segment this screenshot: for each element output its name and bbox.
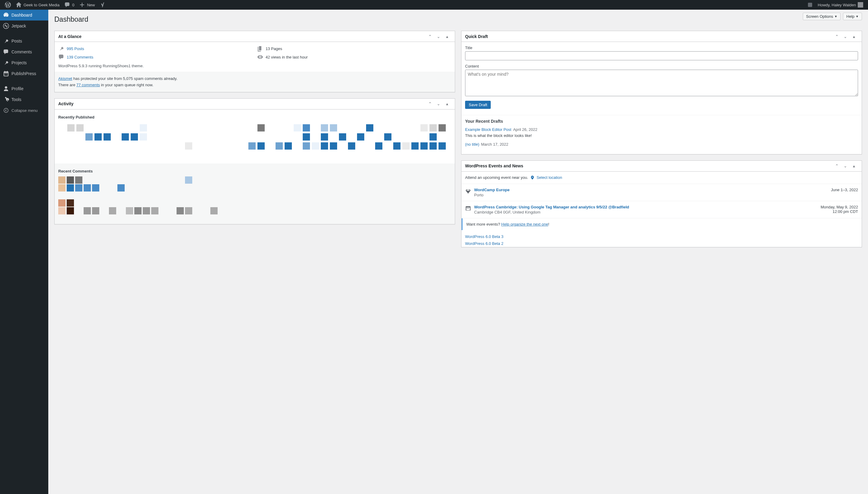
events-title: WordPress Events and News	[465, 164, 523, 168]
event-item: WordCamp Europe Porto June 1–3, 2022	[461, 184, 862, 201]
comment-count: 0	[72, 3, 74, 7]
help-button[interactable]: Help ▼	[843, 13, 862, 20]
site-home[interactable]: Geek to Geek Media	[13, 0, 62, 10]
adminbar-yoast[interactable]	[97, 0, 108, 10]
collapse-icon	[3, 107, 9, 113]
draft-item: Example Block Editor PostApril 26, 2022 …	[465, 127, 858, 138]
menu-tools[interactable]: Tools	[0, 94, 48, 105]
eye-icon	[257, 54, 263, 60]
draft-content-input[interactable]	[465, 70, 858, 96]
recently-published-heading: Recently Published	[58, 113, 451, 122]
pin-icon	[3, 38, 9, 44]
recent-drafts-heading: Your Recent Drafts	[465, 119, 858, 124]
move-down-icon[interactable]: ⌄	[841, 32, 850, 41]
events-more: Want more events? Help organize the next…	[461, 218, 862, 230]
draft-title-input[interactable]	[465, 51, 858, 60]
wordpress-icon	[5, 2, 11, 8]
news-link[interactable]: WordPress 6.0 Beta 2	[465, 240, 858, 247]
pages-icon	[257, 45, 263, 52]
move-down-icon[interactable]: ⌄	[434, 99, 443, 108]
spam-queue-link[interactable]: 77 comments	[76, 83, 100, 87]
chevron-down-icon: ▼	[856, 15, 858, 18]
menu-jetpack[interactable]: Jetpack	[0, 20, 48, 31]
adminbar-comments[interactable]: 0	[62, 0, 77, 10]
event-item: WordPress Cambridge: Using Google Tag Ma…	[461, 201, 862, 218]
screen-options-button[interactable]: Screen Options ▼	[803, 13, 841, 20]
wp-version: WordPress 5.9.3 running RunningShoes1 th…	[58, 64, 451, 68]
save-draft-button[interactable]: Save Draft	[465, 101, 491, 109]
yoast-icon	[99, 2, 106, 8]
events-news-box: WordPress Events and News ⌃ ⌄ ▴ Attend a…	[461, 160, 862, 247]
event-link[interactable]: WordCamp Europe	[474, 188, 828, 192]
draft-link[interactable]: Example Block Editor Post	[465, 127, 511, 132]
toggle-icon[interactable]: ▴	[443, 32, 451, 41]
move-up-icon[interactable]: ⌃	[426, 99, 434, 108]
attend-text: Attend an upcoming event near you.	[465, 175, 528, 180]
plus-icon	[79, 2, 85, 8]
event-date: June 1–3, 2022	[831, 188, 858, 197]
comment-item	[58, 200, 451, 207]
new-label: New	[87, 3, 95, 7]
draft-link[interactable]: (no title)	[465, 142, 479, 147]
at-a-glance-title: At a Glance	[58, 34, 81, 39]
move-up-icon[interactable]: ⌃	[833, 32, 841, 41]
jetpack-icon	[3, 23, 9, 29]
comment-item	[58, 207, 451, 214]
menu-projects[interactable]: Projects	[0, 57, 48, 68]
activity-title: Activity	[58, 101, 74, 106]
glance-comments[interactable]: 139 Comments	[58, 54, 252, 60]
menu-comments[interactable]: Comments	[0, 46, 48, 57]
wordcamp-icon	[465, 188, 471, 194]
comment-icon	[64, 2, 70, 8]
main-content: Dashboard Screen Options ▼ Help ▼ At a G…	[48, 10, 868, 494]
event-link[interactable]: WordPress Cambridge: Using Google Tag Ma…	[474, 205, 818, 209]
move-down-icon[interactable]: ⌄	[841, 162, 850, 170]
admin-sidebar: Dashboard Jetpack Posts Comments Project…	[0, 10, 48, 494]
move-up-icon[interactable]: ⌃	[833, 162, 841, 170]
avatar	[858, 2, 863, 7]
wrench-icon	[3, 96, 9, 102]
toggle-icon[interactable]: ▴	[443, 99, 451, 108]
activity-box: Activity ⌃ ⌄ ▴ Recently Published	[54, 98, 455, 224]
adminbar-notif[interactable]	[805, 0, 815, 10]
site-name: Geek to Geek Media	[23, 3, 59, 7]
notification-icon	[807, 2, 813, 8]
user-icon	[3, 86, 9, 92]
howdy-text: Howdy, Haley Walden	[818, 3, 856, 7]
toggle-icon[interactable]: ▴	[850, 32, 858, 41]
wp-logo[interactable]	[2, 0, 13, 10]
akismet-link[interactable]: Akismet	[58, 76, 72, 81]
glance-pages[interactable]: 13 Pages	[257, 45, 451, 52]
menu-publishpress[interactable]: PublishPress	[0, 68, 48, 79]
svg-rect-0	[808, 3, 812, 7]
recently-published-list	[58, 122, 451, 164]
pin-icon	[58, 45, 64, 52]
menu-dashboard[interactable]: Dashboard	[0, 10, 48, 20]
move-up-icon[interactable]: ⌃	[426, 32, 434, 41]
menu-collapse[interactable]: Collapse menu	[0, 105, 48, 116]
draft-content-label: Content	[465, 64, 858, 69]
quick-draft-title: Quick Draft	[465, 34, 488, 39]
glance-views: 42 views in the last hour	[257, 54, 451, 60]
pin-icon	[3, 60, 9, 66]
svg-point-2	[4, 108, 8, 113]
draft-item: (no title)March 17, 2022	[465, 141, 858, 148]
move-down-icon[interactable]: ⌄	[434, 32, 443, 41]
chat-icon	[3, 49, 9, 55]
news-link[interactable]: WordPress 6.0 Beta 3	[465, 233, 858, 240]
meetup-icon	[465, 205, 471, 211]
adminbar-new[interactable]: New	[77, 0, 97, 10]
location-icon	[530, 175, 535, 180]
glance-posts[interactable]: 995 Posts	[58, 45, 252, 52]
quick-draft-box: Quick Draft ⌃ ⌄ ▴ Title Cont	[461, 31, 862, 154]
organize-link[interactable]: Help organize the next one	[501, 222, 548, 227]
comment-item	[58, 184, 451, 191]
adminbar-account[interactable]: Howdy, Haley Walden	[815, 0, 866, 10]
toggle-icon[interactable]: ▴	[850, 162, 858, 170]
recent-comments-heading: Recent Comments	[58, 167, 451, 176]
news-links: WordPress 6.0 Beta 3 WordPress 6.0 Beta …	[461, 230, 862, 247]
admin-bar: Geek to Geek Media 0 New Howdy, Haley Wa…	[0, 0, 868, 10]
select-location-link[interactable]: Select location	[537, 175, 562, 180]
menu-profile[interactable]: Profile	[0, 83, 48, 94]
menu-posts[interactable]: Posts	[0, 36, 48, 46]
